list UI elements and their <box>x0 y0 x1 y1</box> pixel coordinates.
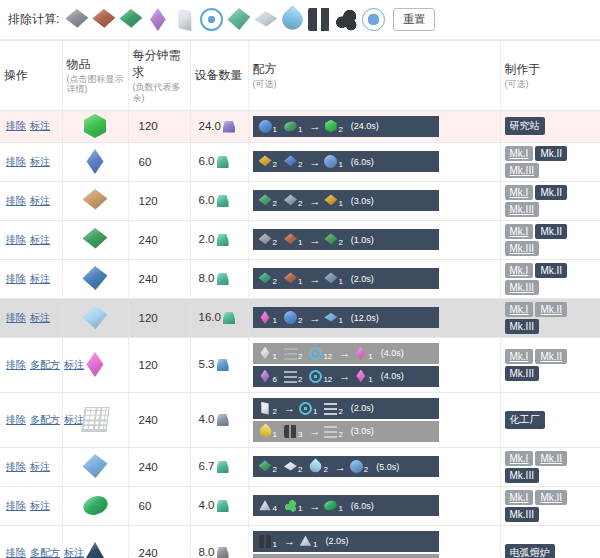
made-in-button-Mk.II[interactable]: Mk.II <box>535 263 567 278</box>
water-drop-icon[interactable] <box>278 5 307 34</box>
light-blue-sheets-icon[interactable] <box>83 305 108 330</box>
silver-sheet-icon[interactable] <box>254 8 277 31</box>
op-link-标注[interactable]: 标注 <box>30 234 50 245</box>
op-link-标注[interactable]: 标注 <box>30 120 50 131</box>
op-link-排除[interactable]: 排除 <box>6 312 26 323</box>
op-link-排除[interactable]: 排除 <box>6 156 26 167</box>
made-in-button-Mk.II[interactable]: Mk.II <box>535 349 567 364</box>
made-in-button-Mk.II[interactable]: Mk.II <box>535 224 567 239</box>
op-link-排除[interactable]: 排除 <box>6 461 26 472</box>
navy-triangle-icon[interactable] <box>83 540 108 558</box>
ingredient-count: 2 <box>273 199 277 208</box>
op-link-多配方[interactable]: 多配方 <box>30 547 60 558</box>
op-link-排除[interactable]: 排除 <box>6 120 26 131</box>
recipe-option-selected[interactable]: 41→1(6.0s) <box>253 495 439 516</box>
made-in-button-Mk.I[interactable]: Mk.I <box>505 490 534 505</box>
op-link-标注[interactable]: 标注 <box>30 195 50 206</box>
circuit-board-icon[interactable] <box>83 188 108 213</box>
made-in-button-Mk.I[interactable]: Mk.I <box>505 302 534 317</box>
recipe-option-selected[interactable]: 11→2(24.0s) <box>253 116 439 137</box>
recipe-option[interactable]: 1212→1(4.0s) <box>253 343 439 364</box>
green-plate-icon[interactable] <box>119 8 142 31</box>
recipe-option-selected[interactable]: 21→1(2.0s) <box>253 268 439 289</box>
dark-pillars-icon[interactable] <box>308 8 331 31</box>
made-in-button-化工厂[interactable]: 化工厂 <box>505 411 545 429</box>
op-link-标注[interactable]: 标注 <box>64 359 84 370</box>
op-link-标注[interactable]: 标注 <box>30 500 50 511</box>
green-cube-icon[interactable] <box>83 114 108 139</box>
white-prism-icon[interactable] <box>173 8 196 31</box>
blue-ring-icon[interactable] <box>200 8 223 31</box>
op-link-多配方[interactable]: 多配方 <box>30 359 60 370</box>
recipe-option-selected[interactable]: 6212→1(4.0s) <box>253 366 439 387</box>
equipment-count: 6.0 <box>199 155 215 167</box>
op-link-排除[interactable]: 排除 <box>6 234 26 245</box>
recipe-option-selected[interactable]: 21→2(1.0s) <box>253 229 439 250</box>
recipe-option[interactable]: 13→2(3.0s) <box>253 421 439 442</box>
made-in-button-Mk.II[interactable]: Mk.II <box>535 451 567 466</box>
purple-crystal-icon[interactable] <box>146 8 169 31</box>
made-in-button-Mk.I[interactable]: Mk.I <box>505 224 534 239</box>
oval-icon <box>323 499 338 512</box>
recipe-option-selected[interactable]: 1→1(2.0s) <box>253 531 439 552</box>
equipment-count-cell: 16.0 <box>190 298 248 337</box>
green-board-icon[interactable] <box>83 227 108 252</box>
green-gem-icon[interactable] <box>80 493 109 518</box>
recipe-option-selected[interactable]: 22→1(3.0s) <box>253 190 439 211</box>
recipe-option-selected[interactable]: 2→12(2.0s) <box>253 398 439 419</box>
blue-component-icon[interactable] <box>83 266 108 291</box>
made-in-button-电弧熔炉[interactable]: 电弧熔炉 <box>505 544 555 558</box>
made-in-button-Mk.III[interactable]: Mk.III <box>505 202 539 217</box>
made-in-button-研究站[interactable]: 研究站 <box>505 117 545 135</box>
recipe-option-selected[interactable]: 12→1(12.0s) <box>253 307 439 328</box>
op-link-标注[interactable]: 标注 <box>64 547 84 558</box>
made-in-button-Mk.I[interactable]: Mk.I <box>505 451 534 466</box>
op-link-标注[interactable]: 标注 <box>30 156 50 167</box>
ingredient-count: 2 <box>298 160 302 169</box>
equipment-count-cell: 5.3 <box>190 337 248 392</box>
made-in-button-Mk.III[interactable]: Mk.III <box>505 507 539 522</box>
op-link-多配方[interactable]: 多配方 <box>30 414 60 425</box>
op-link-排除[interactable]: 排除 <box>6 359 26 370</box>
white-mesh-icon[interactable] <box>81 407 110 432</box>
op-link-标注[interactable]: 标注 <box>30 273 50 284</box>
op-link-排除[interactable]: 排除 <box>6 273 26 284</box>
made-in-button-Mk.I[interactable]: Mk.I <box>505 263 534 278</box>
blue-fractal-board-icon[interactable] <box>83 149 108 174</box>
copper-plate-icon[interactable] <box>92 8 115 31</box>
made-in-button-Mk.II[interactable]: Mk.II <box>535 146 567 161</box>
table-row: 排除多配方标注1205.31212→1(4.0s)6212→1(4.0s)Mk.… <box>0 337 600 392</box>
made-in-button-Mk.II[interactable]: Mk.II <box>535 185 567 200</box>
orbit-sphere-icon[interactable] <box>362 8 385 31</box>
op-link-标注[interactable]: 标注 <box>64 414 84 425</box>
made-in-button-Mk.III[interactable]: Mk.III <box>505 468 539 483</box>
made-in-button-Mk.II[interactable]: Mk.II <box>535 302 567 317</box>
made-in-button-Mk.III[interactable]: Mk.III <box>505 241 539 256</box>
made-in-button-Mk.III[interactable]: Mk.III <box>505 366 539 381</box>
op-link-排除[interactable]: 排除 <box>6 547 26 558</box>
black-cluster-icon[interactable] <box>335 8 358 31</box>
cluster-icon <box>284 499 297 512</box>
made-in-button-Mk.I[interactable]: Mk.I <box>505 185 534 200</box>
op-link-标注[interactable]: 标注 <box>30 312 50 323</box>
made-in-button-Mk.III[interactable]: Mk.III <box>505 280 539 295</box>
pink-crystal-icon[interactable] <box>83 352 108 377</box>
iron-plate-icon[interactable] <box>65 8 88 31</box>
blue-glass-icon[interactable] <box>83 454 108 479</box>
green-sheets-icon[interactable] <box>227 8 250 31</box>
recipe-option-selected[interactable]: 22→1(6.0s) <box>253 151 439 172</box>
made-in-button-Mk.II[interactable]: Mk.II <box>535 490 567 505</box>
made-in-button-Mk.III[interactable]: Mk.III <box>505 163 539 178</box>
recipe-option-selected[interactable]: 222→2(5.0s) <box>253 456 439 477</box>
made-in-button-Mk.III[interactable]: Mk.III <box>505 319 539 334</box>
op-link-标注[interactable]: 标注 <box>30 461 50 472</box>
made-in-button-Mk.I[interactable]: Mk.I <box>505 349 534 364</box>
made-in-button-Mk.I[interactable]: Mk.I <box>505 146 534 161</box>
op-link-排除[interactable]: 排除 <box>6 500 26 511</box>
smelter-icon <box>217 547 229 558</box>
recipe-option[interactable]: 1→1(2.0s) <box>253 554 439 558</box>
ring-icon <box>309 347 322 360</box>
reset-button[interactable]: 重置 <box>393 8 435 31</box>
op-link-排除[interactable]: 排除 <box>6 195 26 206</box>
op-link-排除[interactable]: 排除 <box>6 414 26 425</box>
